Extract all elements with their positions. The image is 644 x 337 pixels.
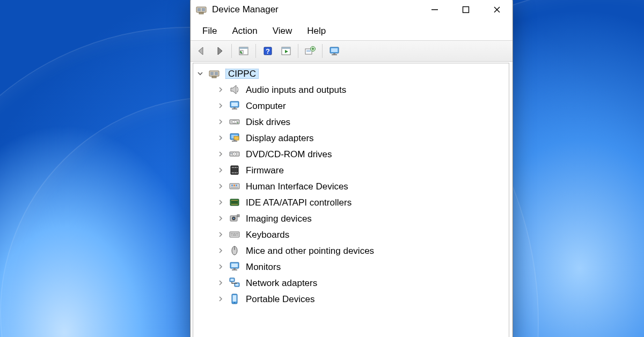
svg-rect-2: [202, 8, 205, 11]
back-button[interactable]: [193, 42, 210, 60]
tree-item[interactable]: Network adapters: [193, 275, 509, 291]
speaker-icon: [228, 84, 241, 96]
menu-file[interactable]: File: [195, 24, 224, 39]
computer-icon: [207, 68, 221, 79]
tree-item[interactable]: Firmware: [193, 162, 509, 178]
mouse-icon: [228, 245, 241, 257]
tree-item-label: Computer: [246, 101, 286, 111]
display-icon: [228, 132, 241, 144]
svg-rect-5: [463, 7, 469, 13]
chevron-right-icon[interactable]: [217, 263, 224, 270]
toolbar-separator: [255, 44, 256, 58]
tree-item[interactable]: Audio inputs and outputs: [193, 82, 509, 98]
svg-text:?: ?: [266, 47, 270, 55]
svg-rect-15: [282, 47, 290, 49]
svg-rect-1: [197, 8, 201, 11]
monitor-icon: [228, 100, 241, 112]
chevron-down-icon[interactable]: [196, 70, 204, 77]
chevron-right-icon[interactable]: [217, 231, 224, 238]
device-manager-window: Device Manager File Action View Help: [190, 0, 513, 337]
tree-item-label: Network adapters: [246, 278, 317, 288]
firmware-icon: [228, 164, 241, 176]
chevron-right-icon[interactable]: [217, 118, 224, 126]
chevron-right-icon[interactable]: [217, 182, 224, 190]
chevron-right-icon[interactable]: [217, 279, 224, 287]
tree-item[interactable]: Imaging devices: [193, 210, 509, 226]
close-button[interactable]: [481, 0, 513, 22]
chevron-right-icon[interactable]: [217, 134, 224, 142]
tree-item[interactable]: Portable Devices: [193, 291, 509, 307]
network-icon: [228, 277, 241, 289]
tree-item-label: Portable Devices: [246, 294, 315, 304]
tree-item-label: Disk drives: [246, 117, 290, 127]
chevron-right-icon[interactable]: [217, 166, 224, 174]
tree-item-label: Monitors: [246, 262, 281, 272]
tree-item-label: Audio inputs and outputs: [246, 85, 346, 94]
menubar: File Action View Help: [191, 22, 513, 41]
menu-action[interactable]: Action: [224, 24, 265, 39]
tree-item-label: Firmware: [246, 165, 284, 175]
svg-rect-18: [306, 50, 311, 52]
tree-item[interactable]: Human Interface Devices: [193, 178, 509, 194]
app-icon: [195, 3, 208, 16]
menu-view[interactable]: View: [265, 24, 300, 39]
toolbar-separator: [231, 44, 232, 58]
tree-root-label: CIPPC: [225, 69, 259, 79]
maximize-button[interactable]: [450, 0, 481, 22]
tree-item-label: Keyboards: [246, 230, 289, 239]
tree-item[interactable]: Display adapters: [193, 130, 509, 146]
keyboard-icon: [228, 229, 241, 240]
chevron-right-icon[interactable]: [217, 247, 224, 254]
portable-icon: [228, 293, 241, 305]
desktop-wallpaper: Device Manager File Action View Help: [0, 0, 644, 337]
tree-item-label: DVD/CD-ROM drives: [246, 149, 332, 159]
monitor-button[interactable]: [326, 42, 343, 60]
titlebar[interactable]: Device Manager: [191, 0, 513, 22]
chevron-right-icon[interactable]: [217, 215, 224, 222]
chevron-right-icon[interactable]: [217, 199, 224, 206]
minimize-button[interactable]: [419, 0, 450, 22]
chevron-right-icon[interactable]: [217, 86, 224, 93]
tree-item[interactable]: Computer: [193, 98, 509, 114]
tree-root[interactable]: CIPPC: [193, 65, 509, 82]
tree-item[interactable]: Monitors: [193, 259, 509, 275]
tree-item-label: Mice and other pointing devices: [246, 246, 374, 255]
tree-item-label: IDE ATA/ATAPI controllers: [246, 197, 352, 207]
window-title: Device Manager: [212, 4, 279, 15]
forward-button[interactable]: [211, 42, 228, 60]
tree-item-label: Human Interface Devices: [246, 181, 348, 191]
chevron-right-icon[interactable]: [217, 150, 224, 158]
ide-icon: [228, 196, 241, 208]
svg-rect-9: [239, 47, 248, 49]
chevron-right-icon[interactable]: [217, 102, 224, 109]
chevron-right-icon[interactable]: [217, 295, 224, 303]
svg-rect-3: [199, 12, 203, 14]
tree-item[interactable]: IDE ATA/ATAPI controllers: [193, 194, 509, 210]
optical-icon: [228, 148, 241, 160]
toolbar: ?: [191, 41, 513, 62]
tree-item[interactable]: Disk drives: [193, 114, 509, 130]
tree-item-label: Imaging devices: [246, 214, 312, 223]
tree-item[interactable]: Mice and other pointing devices: [193, 243, 509, 259]
action-button[interactable]: [277, 42, 295, 60]
svg-rect-23: [332, 54, 337, 55]
show-hide-tree-button[interactable]: [235, 42, 252, 60]
help-button[interactable]: ?: [259, 42, 276, 60]
hid-icon: [228, 180, 241, 192]
svg-rect-22: [333, 53, 335, 54]
svg-rect-21: [331, 48, 338, 52]
imaging-icon: [228, 213, 241, 224]
disk-icon: [228, 116, 241, 128]
toolbar-separator: [298, 44, 298, 58]
device-tree-pane[interactable]: CIPPCAudio inputs and outputsComputerDis…: [193, 63, 509, 337]
tree-item[interactable]: DVD/CD-ROM drives: [193, 146, 509, 162]
tree-item-label: Display adapters: [246, 133, 314, 143]
scan-hardware-button[interactable]: [302, 42, 319, 60]
toolbar-separator: [322, 44, 323, 58]
monitor2-icon: [228, 261, 241, 273]
menu-help[interactable]: Help: [299, 24, 333, 39]
tree-item[interactable]: Keyboards: [193, 226, 509, 243]
